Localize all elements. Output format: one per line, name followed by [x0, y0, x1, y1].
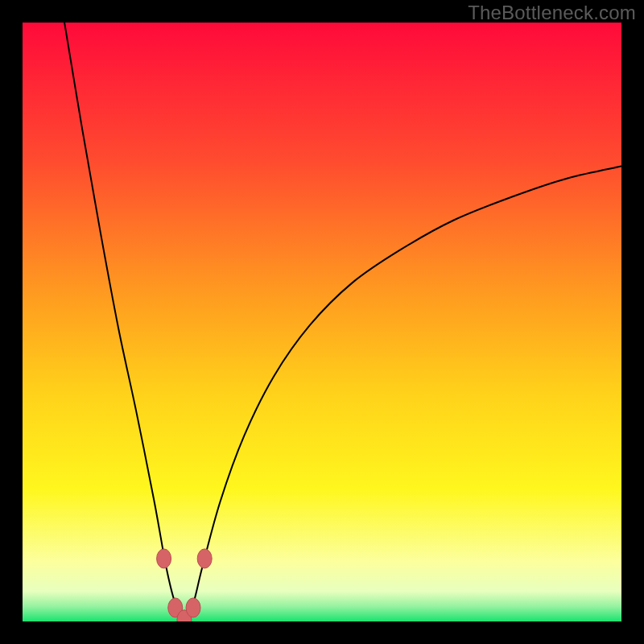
marker-point	[186, 598, 200, 617]
bottleneck-chart	[23, 23, 621, 621]
marker-point	[197, 549, 212, 568]
plot-area-background	[23, 23, 621, 621]
watermark-text: TheBottleneck.com	[468, 2, 636, 24]
marker-point	[157, 549, 171, 568]
chart-frame: TheBottleneck.com	[0, 0, 644, 644]
